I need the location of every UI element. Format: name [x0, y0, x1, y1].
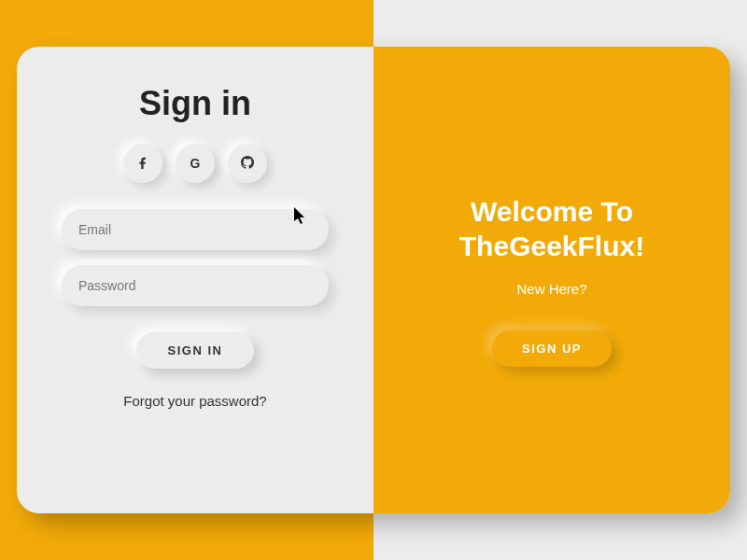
password-field[interactable] — [62, 265, 329, 306]
github-icon — [241, 156, 254, 172]
forgot-password-link[interactable]: Forgot your password? — [123, 393, 266, 409]
welcome-title: Welcome To TheGeekFlux! — [402, 194, 702, 264]
welcome-panel: Welcome To TheGeekFlux! New Here? SIGN U… — [374, 47, 730, 513]
signin-button[interactable]: SIGN IN — [136, 332, 255, 369]
facebook-login-button[interactable] — [123, 144, 162, 183]
google-login-button[interactable]: G — [176, 144, 215, 183]
signup-button[interactable]: SIGN UP — [492, 330, 612, 367]
github-login-button[interactable] — [228, 144, 267, 183]
signin-panel: Sign in G SIGN IN Forgot your password? — [17, 47, 374, 513]
social-login-row: G — [123, 144, 267, 183]
google-icon: G — [190, 156, 201, 171]
email-field[interactable] — [62, 209, 329, 250]
signin-title: Sign in — [139, 84, 251, 123]
welcome-subtext: New Here? — [516, 281, 586, 297]
facebook-icon — [136, 156, 149, 172]
auth-card: Sign in G SIGN IN Forgot your password? … — [17, 47, 730, 513]
